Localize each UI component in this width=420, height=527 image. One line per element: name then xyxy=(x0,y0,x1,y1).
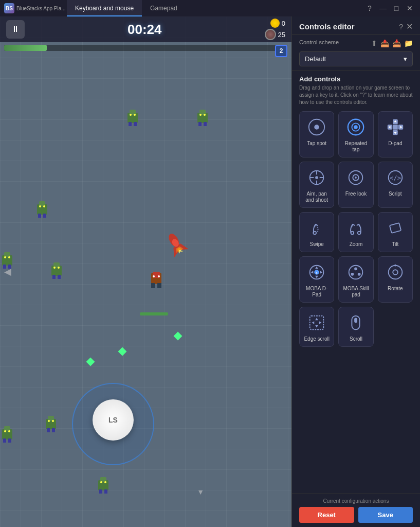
enemy-3 xyxy=(35,200,49,222)
control-scheme-section: Control scheme ⬆ 📤 📥 📁 Default ▾ xyxy=(292,35,420,71)
coin-count: 0 xyxy=(282,20,285,27)
pause-button[interactable]: ⏸ xyxy=(6,20,25,39)
svg-point-85 xyxy=(314,232,317,235)
control-aim-pan-shoot[interactable]: Aim, pan and shoot xyxy=(299,162,334,208)
aim-pan-shoot-icon xyxy=(306,167,327,188)
main-content: ⏸ 00:24 0 25 2 ◀ xyxy=(0,16,420,527)
maximize-button[interactable]: □ xyxy=(390,2,403,14)
player-health-bar xyxy=(140,312,168,315)
svg-rect-39 xyxy=(52,428,55,432)
control-moba-skill[interactable]: MOBA Skill pad xyxy=(338,256,373,303)
svg-point-100 xyxy=(389,266,403,279)
svg-point-11 xyxy=(204,114,206,116)
svg-rect-45 xyxy=(104,489,107,494)
repeated-tap-icon xyxy=(345,117,366,137)
svg-point-87 xyxy=(358,232,361,235)
tab-keyboard-mouse[interactable]: Keyboard and mouse xyxy=(67,0,142,16)
minimize-button[interactable]: — xyxy=(377,2,389,14)
svg-point-46 xyxy=(100,481,102,483)
scheme-value: Default xyxy=(305,55,326,63)
rotate-icon xyxy=(385,262,406,283)
svg-point-86 xyxy=(351,232,354,235)
reset-button[interactable]: Reset xyxy=(299,507,354,523)
svg-marker-104 xyxy=(315,318,318,321)
svg-point-29 xyxy=(58,267,60,269)
moba-skill-label: MOBA Skill pad xyxy=(342,286,370,298)
joystick-inner[interactable]: LS xyxy=(93,399,134,441)
control-script[interactable]: </> Script xyxy=(378,162,413,208)
svg-rect-44 xyxy=(99,489,102,494)
svg-rect-88 xyxy=(390,223,401,233)
add-controls-section: Add controls Drag and drop an action on … xyxy=(292,71,420,494)
close-button[interactable]: ✕ xyxy=(404,2,416,14)
dropdown-chevron-icon: ▾ xyxy=(404,55,407,63)
joystick-outer[interactable]: LS xyxy=(72,383,154,465)
control-swipe[interactable]: Swipe xyxy=(299,212,334,252)
folder-icon[interactable]: 📁 xyxy=(404,39,413,48)
dpad-label: D-pad xyxy=(388,140,402,147)
panel-bottom: Current configuration actions Reset Save xyxy=(292,494,420,527)
svg-rect-21 xyxy=(8,265,11,269)
svg-point-61 xyxy=(314,125,319,130)
scheme-dropdown[interactable]: Default ▾ xyxy=(299,51,413,66)
svg-point-56 xyxy=(153,275,155,277)
svg-rect-33 xyxy=(8,438,11,443)
scheme-section-label: Control scheme xyxy=(299,39,339,45)
svg-point-57 xyxy=(158,275,160,277)
scroll-label: Scroll xyxy=(350,336,362,342)
tap-spot-icon xyxy=(306,117,327,137)
control-edge-scroll[interactable]: Edge scroll xyxy=(299,307,334,347)
svg-marker-92 xyxy=(315,276,318,278)
enemy-8 xyxy=(96,476,111,498)
svg-rect-2 xyxy=(129,122,132,126)
level-badge: 2 xyxy=(275,45,287,57)
svg-marker-94 xyxy=(320,271,323,274)
player-character xyxy=(149,272,164,294)
moba-skill-icon xyxy=(345,262,366,283)
export-icon[interactable]: 📤 xyxy=(380,39,389,48)
panel-close-icon[interactable]: ✕ xyxy=(406,22,413,31)
control-free-look[interactable]: Free look xyxy=(338,162,373,208)
svg-rect-20 xyxy=(3,265,6,269)
aim-pan-shoot-label: Aim, pan and shoot xyxy=(303,191,331,203)
svg-point-23 xyxy=(8,256,10,258)
svg-point-22 xyxy=(4,256,6,258)
svg-rect-32 xyxy=(3,438,6,443)
control-dpad[interactable]: D-pad xyxy=(378,111,413,157)
help-button[interactable]: ? xyxy=(363,2,376,14)
control-moba-dpad[interactable]: 5 MOBA D-Pad xyxy=(299,256,334,303)
edge-scroll-label: Edge scroll xyxy=(304,336,329,342)
script-icon: </> xyxy=(385,167,406,188)
arrow-bottom-icon: ▼ xyxy=(197,488,204,496)
import-icon[interactable]: 📥 xyxy=(392,39,401,48)
save-button[interactable]: Save xyxy=(358,507,413,523)
svg-point-35 xyxy=(8,430,10,432)
zoom-label: Zoom xyxy=(350,241,363,248)
svg-rect-38 xyxy=(47,428,50,432)
control-tap-spot[interactable]: Tap spot xyxy=(299,111,334,157)
swipe-label: Swipe xyxy=(310,241,324,248)
control-scroll[interactable]: Scroll xyxy=(338,307,373,347)
enemy-5 xyxy=(49,261,64,283)
svg-point-82 xyxy=(355,177,357,179)
share-icon[interactable]: ⬆ xyxy=(371,39,377,48)
control-repeated-tap[interactable]: Repeated tap xyxy=(338,111,373,157)
moba-dpad-label: MOBA D-Pad xyxy=(303,286,331,298)
help-icon[interactable]: ? xyxy=(399,23,403,31)
swipe-icon xyxy=(306,218,327,238)
dpad-icon xyxy=(385,117,406,137)
svg-point-16 xyxy=(39,205,41,207)
svg-rect-3 xyxy=(134,122,137,126)
svg-rect-58 xyxy=(151,283,155,288)
tilt-icon xyxy=(385,218,406,238)
enemy-7 xyxy=(44,415,58,436)
bottom-buttons: Reset Save xyxy=(299,507,413,523)
svg-point-97 xyxy=(355,268,358,271)
control-tilt[interactable]: Tilt xyxy=(378,212,413,252)
enemy-1 xyxy=(125,109,140,130)
control-rotate[interactable]: Rotate xyxy=(378,256,413,303)
tab-gamepad[interactable]: Gamepad xyxy=(142,0,186,16)
svg-point-79 xyxy=(315,176,318,179)
control-zoom[interactable]: Zoom xyxy=(338,212,373,252)
scroll-icon xyxy=(345,312,366,333)
